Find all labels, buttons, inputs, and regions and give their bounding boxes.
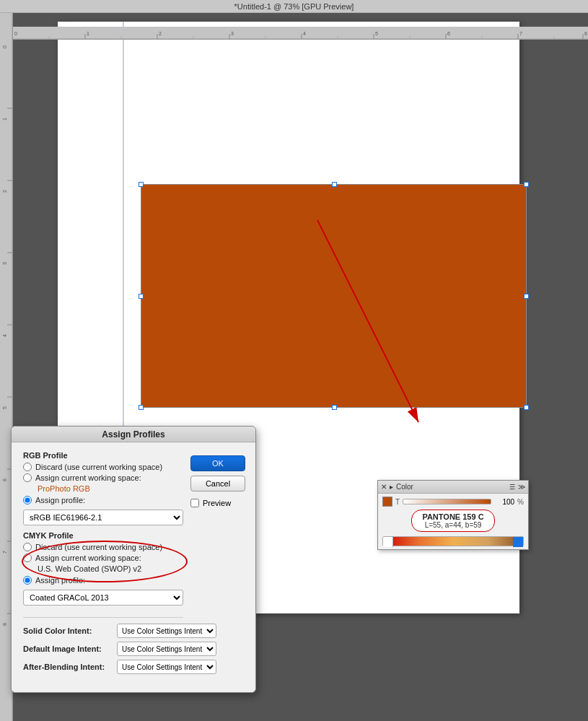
solid-color-intent-row: Solid Color Intent: Use Color Settings I… — [23, 624, 183, 638]
svg-text:4: 4 — [303, 31, 306, 36]
handle-bm — [332, 405, 337, 410]
solid-color-intent-select[interactable]: Use Color Settings Intent — [117, 624, 216, 638]
svg-text:8: 8 — [2, 623, 7, 626]
assign-current-radio[interactable] — [23, 473, 32, 482]
preview-checkbox[interactable] — [190, 499, 199, 507]
expand-icon: ≫ — [518, 483, 525, 491]
rgb-profile-select[interactable]: sRGB IEC61966-2.1 — [23, 510, 183, 525]
color-panel-menu-icon[interactable]: ☰ — [509, 484, 515, 491]
preview-row: Preview — [190, 499, 248, 507]
after-blending-intent-label: After-Blending Intent: — [23, 663, 117, 671]
assign-profiles-dialog: Assign Profiles OK Cancel Preview RGB Pr… — [11, 426, 256, 693]
color-panel-title-label: Color — [396, 483, 413, 491]
assign-current-label: Assign current working space: — [35, 473, 141, 482]
assign-profile-radio[interactable] — [23, 496, 32, 504]
after-blending-intent-select[interactable]: Use Color Settings Intent — [117, 660, 216, 674]
cmyk-assign-current-label: Assign current working space: — [35, 554, 141, 562]
handle-mr — [524, 294, 529, 299]
default-image-intent-label: Default Image Intent: — [23, 644, 117, 653]
cancel-button[interactable]: Cancel — [190, 476, 245, 491]
after-blending-intent-row: After-Blending Intent: Use Color Setting… — [23, 660, 183, 674]
orange-rectangle — [141, 184, 527, 408]
color-panel-titlebar: ✕ ▸ Color ☰ ≫ — [378, 481, 528, 494]
handle-bl — [139, 405, 144, 410]
dialog-title: Assign Profiles — [102, 429, 164, 440]
uswc-label: U.S. Web Coated (SWOP) v2 — [23, 564, 183, 573]
color-panel-body: T 100 % PANTONE 159 C L=55, a=44, b=59 — [378, 494, 528, 549]
svg-text:0: 0 — [2, 45, 7, 48]
svg-text:0: 0 — [14, 31, 17, 36]
dialog-buttons: OK Cancel Preview — [190, 448, 255, 507]
ruler-top: 0 1 2 3 4 5 6 7 8 — [13, 27, 588, 40]
assign-current-radio-row: Assign current working space: — [23, 473, 183, 482]
preview-label: Preview — [203, 499, 231, 507]
dialog-title-bar: Assign Profiles — [12, 427, 255, 442]
assign-profile-label: Assign profile: — [35, 496, 85, 504]
default-image-intent-row: Default Image Intent: Use Color Settings… — [23, 642, 183, 656]
t-label: T — [395, 498, 400, 506]
cmyk-assign-profile-label: Assign profile: — [35, 576, 85, 585]
discard-radio-row: Discard (use current working space) — [23, 463, 183, 471]
cmyk-discard-radio[interactable] — [23, 543, 32, 551]
prophoto-label: ProPhoto RGB — [23, 484, 183, 493]
svg-text:2: 2 — [159, 31, 162, 36]
cmyk-assign-current-radio[interactable] — [23, 554, 32, 562]
handle-tr — [524, 182, 529, 187]
color-swatch-small — [382, 497, 392, 507]
cmyk-discard-radio-row: Discard (use current working space) — [23, 543, 183, 551]
color-swatch-bar — [382, 536, 524, 546]
swatch-blue-end — [513, 537, 523, 547]
tint-value: 100 — [494, 498, 514, 506]
title-bar: *Untitled-1 @ 73% [GPU Preview] — [0, 0, 588, 13]
svg-text:1: 1 — [2, 118, 7, 121]
pantone-box: PANTONE 159 C L=55, a=44, b=59 — [382, 510, 524, 532]
handle-tm — [332, 182, 337, 187]
default-image-intent-select[interactable]: Use Color Settings Intent — [117, 642, 216, 656]
cmyk-assign-profile-radio-row: Assign profile: — [23, 576, 183, 585]
pantone-name: PANTONE 159 C — [422, 512, 483, 521]
svg-text:4: 4 — [2, 334, 7, 337]
separator — [23, 617, 183, 618]
svg-text:1: 1 — [87, 31, 89, 36]
svg-text:5: 5 — [2, 406, 7, 409]
cmyk-assign-current-radio-row: Assign current working space: — [23, 554, 183, 562]
tint-row: T 100 % — [382, 497, 524, 507]
tint-slider[interactable] — [403, 499, 491, 504]
svg-text:3: 3 — [231, 31, 234, 36]
discard-radio[interactable] — [23, 463, 32, 471]
svg-text:2: 2 — [2, 190, 7, 193]
title-text: *Untitled-1 @ 73% [GPU Preview] — [234, 2, 354, 11]
handle-tl — [139, 182, 144, 187]
color-panel-arrow-icon: ▸ — [390, 483, 393, 491]
svg-text:6: 6 — [2, 479, 7, 481]
cmyk-profile-select[interactable]: Coated GRACoL 2013 — [23, 590, 183, 606]
cmyk-assign-profile-radio[interactable] — [23, 576, 32, 585]
rgb-section-label: RGB Profile — [23, 451, 183, 460]
handle-ml — [139, 294, 144, 299]
cmyk-discard-label: Discard (use current working space) — [35, 543, 162, 551]
svg-text:3: 3 — [2, 262, 7, 265]
discard-label: Discard (use current working space) — [35, 463, 162, 471]
svg-text:6: 6 — [447, 31, 450, 36]
color-panel: ✕ ▸ Color ☰ ≫ T 100 % PANTONE 159 C L=55… — [377, 480, 529, 550]
assign-profile-radio-row: Assign profile: — [23, 496, 183, 504]
svg-text:5: 5 — [375, 31, 378, 36]
svg-text:7: 7 — [2, 551, 7, 554]
ok-button[interactable]: OK — [190, 455, 245, 471]
pantone-values: L=55, a=44, b=59 — [422, 521, 483, 529]
swatch-white-end — [383, 537, 393, 547]
cmyk-section-label: CMYK Profile — [23, 531, 183, 540]
svg-text:8: 8 — [584, 31, 587, 36]
handle-br — [524, 405, 529, 410]
svg-text:7: 7 — [519, 31, 522, 36]
close-icon: ✕ — [381, 483, 387, 491]
solid-color-intent-label: Solid Color Intent: — [23, 626, 117, 635]
percent-label: % — [517, 498, 524, 506]
